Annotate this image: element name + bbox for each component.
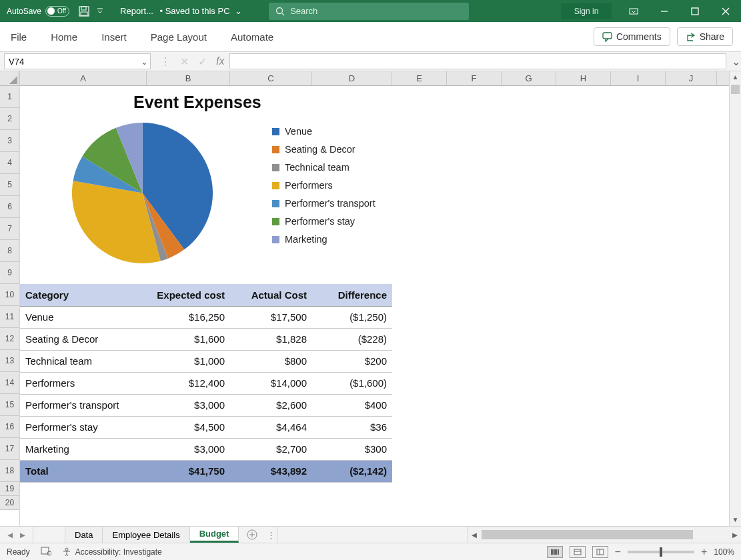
- column-header[interactable]: E: [392, 71, 447, 85]
- chart-title: Event Expenses: [133, 93, 261, 112]
- row-header[interactable]: 6: [0, 196, 19, 218]
- horizontal-scrollbar[interactable]: ◄ ►: [468, 527, 741, 543]
- column-header[interactable]: G: [502, 71, 556, 85]
- row-header[interactable]: 13: [0, 350, 19, 372]
- name-box[interactable]: V74 ⌄: [4, 53, 151, 69]
- row-header[interactable]: 8: [0, 240, 19, 262]
- table-row[interactable]: Venue$16,250$17,500($1,250): [20, 306, 392, 328]
- cancel-formula-icon[interactable]: ✕: [180, 55, 189, 68]
- pie-chart[interactable]: [71, 121, 214, 265]
- table-row[interactable]: Performer's transport$3,000$2,600$400: [20, 394, 392, 416]
- sheet-tab-data[interactable]: Data: [65, 527, 103, 543]
- row-header[interactable]: 1: [0, 86, 19, 108]
- row-header[interactable]: 17: [0, 438, 19, 460]
- row-header[interactable]: 9: [0, 262, 19, 284]
- table-row[interactable]: Performer's stay$4,500$4,464$36: [20, 416, 392, 438]
- vertical-scrollbar[interactable]: ▲ ▼: [729, 71, 741, 526]
- svg-rect-23: [597, 549, 604, 555]
- column-header[interactable]: B: [147, 71, 230, 85]
- table-row[interactable]: Technical team$1,000$800$200: [20, 350, 392, 372]
- row-header[interactable]: 16: [0, 416, 19, 438]
- column-header[interactable]: A: [20, 71, 147, 85]
- chevron-down-icon[interactable]: ⌄: [141, 57, 148, 67]
- more-icon[interactable]: ⋮: [160, 55, 171, 68]
- row-header[interactable]: 10: [0, 284, 19, 306]
- scroll-down-button[interactable]: ▼: [730, 514, 741, 526]
- table-row[interactable]: Marketing$3,000$2,700$300: [20, 438, 392, 460]
- add-sheet-button[interactable]: [239, 527, 265, 543]
- share-button[interactable]: Share: [677, 27, 733, 46]
- maximize-button[interactable]: [680, 0, 710, 22]
- formula-expand-icon[interactable]: ⌄: [730, 55, 741, 68]
- tab-automate[interactable]: Automate: [228, 27, 276, 47]
- row-header[interactable]: 15: [0, 394, 19, 416]
- autosave-toggle[interactable]: AutoSave Off: [7, 6, 69, 17]
- row-header[interactable]: 7: [0, 218, 19, 240]
- sheet-tab-employee-details[interactable]: Employee Details: [103, 527, 189, 543]
- comments-button[interactable]: Comments: [594, 27, 670, 46]
- column-header[interactable]: J: [666, 71, 717, 85]
- macro-record-icon[interactable]: [41, 545, 51, 558]
- row-header[interactable]: 19: [0, 482, 19, 496]
- page-break-view-button[interactable]: [592, 546, 608, 558]
- column-header[interactable]: D: [312, 71, 392, 85]
- signin-button[interactable]: Sign in: [561, 3, 612, 19]
- column-header[interactable]: H: [556, 71, 611, 85]
- tab-insert[interactable]: Insert: [99, 27, 129, 47]
- row-header[interactable]: 2: [0, 108, 19, 130]
- page-layout-view-button[interactable]: [570, 546, 586, 558]
- hscroll-thumb[interactable]: [482, 530, 693, 539]
- column-header[interactable]: C: [230, 71, 312, 85]
- worksheet-grid[interactable]: Event Expenses VenueSeating & DecorTechn…: [20, 86, 729, 526]
- customize-qat-icon[interactable]: [92, 3, 108, 19]
- tab-page-layout[interactable]: Page Layout: [148, 27, 209, 47]
- column-header[interactable]: I: [611, 71, 666, 85]
- formula-input[interactable]: [229, 53, 726, 69]
- svg-point-16: [47, 551, 51, 555]
- column-header[interactable]: F: [447, 71, 502, 85]
- title-bar: AutoSave Off Report... • Saved to this P…: [0, 0, 741, 22]
- tab-home[interactable]: Home: [48, 27, 80, 47]
- fx-icon[interactable]: fx: [216, 55, 224, 67]
- row-header[interactable]: 4: [0, 152, 19, 174]
- sheet-nav[interactable]: ◄►: [0, 527, 33, 543]
- search-input[interactable]: Search: [269, 3, 469, 20]
- toggle-switch[interactable]: Off: [45, 6, 69, 17]
- sheet-tab-options-icon[interactable]: ⋮: [265, 527, 277, 543]
- table-total-row[interactable]: Total$41,750$43,892($2,142): [20, 460, 392, 482]
- table-header[interactable]: Actual Cost: [230, 284, 312, 306]
- enter-formula-icon[interactable]: ✓: [198, 55, 207, 68]
- comment-icon: [602, 32, 612, 42]
- normal-view-button[interactable]: [547, 546, 563, 558]
- ribbon-options-icon[interactable]: [618, 0, 649, 22]
- row-header[interactable]: 12: [0, 328, 19, 350]
- save-icon[interactable]: [76, 3, 92, 19]
- zoom-in-button[interactable]: +: [701, 546, 707, 558]
- row-header[interactable]: 3: [0, 130, 19, 152]
- row-header[interactable]: 11: [0, 306, 19, 328]
- zoom-slider[interactable]: [628, 551, 694, 553]
- row-header[interactable]: 18: [0, 460, 19, 482]
- minimize-button[interactable]: [649, 0, 680, 22]
- zoom-out-button[interactable]: −: [615, 546, 621, 558]
- select-all-button[interactable]: [0, 71, 19, 86]
- scroll-up-button[interactable]: ▲: [730, 71, 741, 83]
- accessibility-status[interactable]: Accessibility: Investigate: [62, 547, 162, 557]
- table-header[interactable]: Expected cost: [147, 284, 230, 306]
- close-button[interactable]: [710, 0, 741, 22]
- tab-file[interactable]: File: [8, 27, 29, 47]
- table-row[interactable]: Seating & Decor$1,600$1,828($228): [20, 328, 392, 350]
- budget-table[interactable]: CategoryExpected costActual CostDifferen…: [20, 284, 392, 483]
- scroll-thumb[interactable]: [731, 85, 740, 94]
- sheet-tab-budget[interactable]: Budget: [190, 527, 239, 543]
- row-header[interactable]: 20: [0, 496, 19, 510]
- zoom-level[interactable]: 100%: [714, 547, 734, 557]
- table-header[interactable]: Category: [20, 284, 147, 306]
- scroll-left-button[interactable]: ◄: [468, 530, 480, 540]
- row-header[interactable]: 5: [0, 174, 19, 196]
- table-header[interactable]: Difference: [312, 284, 392, 306]
- table-row[interactable]: Performers$12,400$14,000($1,600): [20, 372, 392, 394]
- document-title[interactable]: Report... • Saved to this PC ⌄: [120, 6, 242, 16]
- row-header[interactable]: 14: [0, 372, 19, 394]
- scroll-right-button[interactable]: ►: [729, 530, 741, 540]
